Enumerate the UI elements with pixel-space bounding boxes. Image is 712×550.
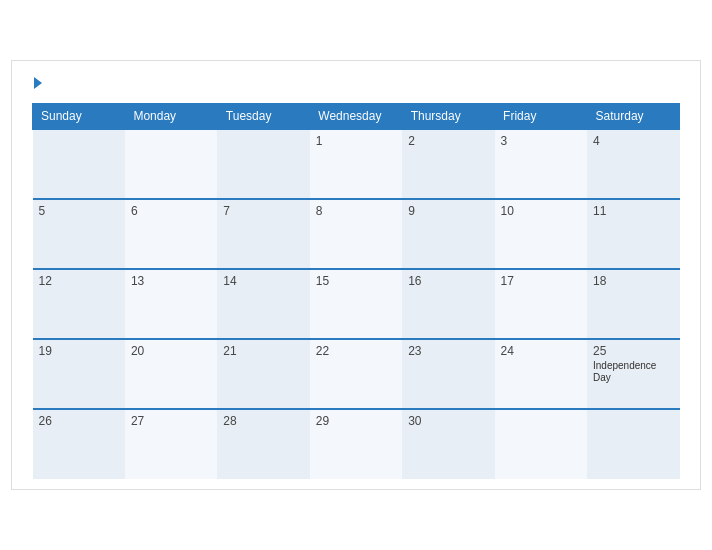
- calendar-day-cell: 22: [310, 339, 402, 409]
- day-number: 10: [501, 204, 514, 218]
- day-number: 20: [131, 344, 144, 358]
- calendar-day-cell: 24: [495, 339, 587, 409]
- calendar-day-cell: 7: [217, 199, 309, 269]
- calendar-week-row: 19202122232425Independence Day: [33, 339, 680, 409]
- calendar-day-cell: 16: [402, 269, 494, 339]
- day-number: 28: [223, 414, 236, 428]
- calendar-day-cell: 12: [33, 269, 125, 339]
- day-number: 4: [593, 134, 600, 148]
- day-number: 3: [501, 134, 508, 148]
- calendar-day-cell: 10: [495, 199, 587, 269]
- day-number: 2: [408, 134, 415, 148]
- day-number: 30: [408, 414, 421, 428]
- day-number: 19: [39, 344, 52, 358]
- day-number: 6: [131, 204, 138, 218]
- day-number: 21: [223, 344, 236, 358]
- day-number: 29: [316, 414, 329, 428]
- day-number: 15: [316, 274, 329, 288]
- calendar-day-cell: 17: [495, 269, 587, 339]
- calendar-day-cell: 29: [310, 409, 402, 479]
- weekday-header: Sunday: [33, 104, 125, 130]
- calendar-week-row: 12131415161718: [33, 269, 680, 339]
- calendar-day-cell: 18: [587, 269, 679, 339]
- weekday-header-row: SundayMondayTuesdayWednesdayThursdayFrid…: [33, 104, 680, 130]
- weekday-header: Saturday: [587, 104, 679, 130]
- calendar-day-cell: 20: [125, 339, 217, 409]
- calendar-header: [32, 77, 680, 89]
- calendar-day-cell: 5: [33, 199, 125, 269]
- weekday-header: Friday: [495, 104, 587, 130]
- day-number: 23: [408, 344, 421, 358]
- day-number: 14: [223, 274, 236, 288]
- calendar-day-cell: 4: [587, 129, 679, 199]
- weekday-header: Wednesday: [310, 104, 402, 130]
- day-number: 11: [593, 204, 606, 218]
- calendar-day-cell: 14: [217, 269, 309, 339]
- calendar-container: SundayMondayTuesdayWednesdayThursdayFrid…: [11, 60, 701, 490]
- calendar-day-cell: [495, 409, 587, 479]
- day-number: 1: [316, 134, 323, 148]
- calendar-day-cell: 9: [402, 199, 494, 269]
- day-number: 27: [131, 414, 144, 428]
- day-number: 13: [131, 274, 144, 288]
- weekday-header: Monday: [125, 104, 217, 130]
- day-number: 9: [408, 204, 415, 218]
- calendar-week-row: 1234: [33, 129, 680, 199]
- day-number: 12: [39, 274, 52, 288]
- calendar-day-cell: 28: [217, 409, 309, 479]
- calendar-day-cell: [587, 409, 679, 479]
- calendar-day-cell: 1: [310, 129, 402, 199]
- day-number: 25: [593, 344, 606, 358]
- calendar-day-cell: 26: [33, 409, 125, 479]
- calendar-day-cell: 11: [587, 199, 679, 269]
- calendar-day-cell: [125, 129, 217, 199]
- calendar-grid: SundayMondayTuesdayWednesdayThursdayFrid…: [32, 103, 680, 479]
- day-number: 8: [316, 204, 323, 218]
- calendar-day-cell: 27: [125, 409, 217, 479]
- calendar-day-cell: 15: [310, 269, 402, 339]
- logo-triangle-icon: [34, 77, 42, 89]
- day-number: 7: [223, 204, 230, 218]
- calendar-day-cell: 21: [217, 339, 309, 409]
- calendar-week-row: 2627282930: [33, 409, 680, 479]
- weekday-header: Tuesday: [217, 104, 309, 130]
- weekday-header: Thursday: [402, 104, 494, 130]
- day-number: 18: [593, 274, 606, 288]
- calendar-day-cell: 3: [495, 129, 587, 199]
- calendar-day-cell: 23: [402, 339, 494, 409]
- logo: [32, 77, 42, 89]
- day-number: 5: [39, 204, 46, 218]
- calendar-week-row: 567891011: [33, 199, 680, 269]
- calendar-day-cell: 25Independence Day: [587, 339, 679, 409]
- logo-blue-text: [32, 77, 42, 89]
- calendar-day-cell: [33, 129, 125, 199]
- calendar-day-cell: 30: [402, 409, 494, 479]
- day-number: 24: [501, 344, 514, 358]
- day-number: 17: [501, 274, 514, 288]
- calendar-day-cell: [217, 129, 309, 199]
- calendar-day-cell: 19: [33, 339, 125, 409]
- day-number: 26: [39, 414, 52, 428]
- calendar-day-cell: 6: [125, 199, 217, 269]
- day-number: 22: [316, 344, 329, 358]
- calendar-day-cell: 8: [310, 199, 402, 269]
- holiday-label: Independence Day: [593, 360, 673, 384]
- day-number: 16: [408, 274, 421, 288]
- calendar-day-cell: 13: [125, 269, 217, 339]
- calendar-day-cell: 2: [402, 129, 494, 199]
